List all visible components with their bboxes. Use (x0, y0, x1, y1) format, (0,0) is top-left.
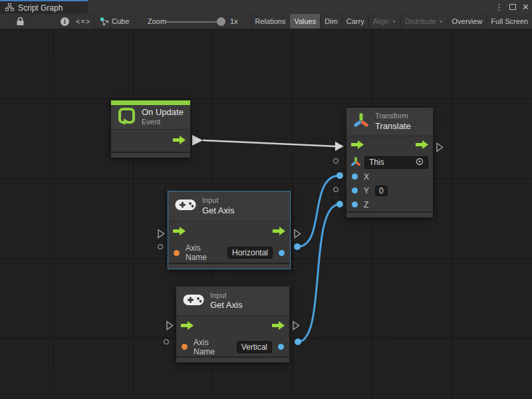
tab-script-graph[interactable]: Script Graph (0, 0, 88, 14)
unconnected-port-this[interactable] (333, 158, 338, 164)
maximize-icon (509, 4, 516, 10)
transform-icon (353, 112, 369, 131)
script-graph-window: Script Graph ⋮ ✕ i <×> (0, 0, 532, 399)
lock-button[interactable] (16, 14, 25, 29)
graph-toolbar: i <×> Cube Zoom 1x Relations Values Dim … (0, 14, 532, 29)
node-footer (346, 211, 433, 217)
zoom-slider-track[interactable] (166, 21, 223, 23)
gamepad-icon (175, 198, 196, 214)
align-dropdown[interactable]: Align ▼ (368, 14, 400, 29)
flow-input-port[interactable] (173, 226, 186, 238)
value-output-port[interactable] (279, 250, 285, 256)
transform-mini-icon (351, 157, 360, 168)
node-subtitle: Event (142, 118, 184, 127)
value-port-y[interactable] (352, 188, 358, 194)
y-value-field[interactable]: 0 (375, 186, 388, 196)
node-get-axis-vertical[interactable]: Input Get Axis Axis Name Vertical (176, 287, 289, 362)
on-update-loop-icon (118, 107, 136, 128)
wire-endpoint (294, 243, 301, 250)
maximize-button[interactable] (509, 3, 516, 11)
event-color-bar (111, 100, 190, 105)
node-translate[interactable]: Transform Translate (346, 108, 433, 217)
code-icon: <×> (76, 17, 90, 25)
flow-input-port[interactable] (351, 140, 364, 152)
node-get-axis-horizontal[interactable]: Input Get Axis Axis Name Horizontal (168, 191, 291, 269)
axis-name-field[interactable]: Horizontal (227, 247, 273, 259)
node-title: On Update (142, 107, 184, 118)
graph-tab-icon (5, 2, 14, 14)
flow-wire-start-arrow (192, 135, 203, 146)
flow-output-port[interactable] (273, 226, 285, 238)
gamepad-icon (183, 293, 204, 309)
carry-button[interactable]: Carry (342, 14, 368, 29)
overview-button[interactable]: Overview (448, 14, 487, 29)
flow-wire[interactable] (203, 140, 335, 146)
flow-out-indicator[interactable] (293, 229, 301, 241)
fullscreen-button[interactable]: Full Screen (486, 14, 532, 29)
node-title: Translate (375, 121, 411, 132)
node-title: Get Axis (202, 205, 234, 216)
this-object-field[interactable]: This (364, 156, 428, 169)
chevron-down-icon: ▼ (439, 19, 444, 24)
relations-button[interactable]: Relations (251, 14, 290, 29)
node-footer (176, 356, 289, 362)
distribute-dropdown[interactable]: Distribute ▼ (400, 14, 447, 29)
node-on-update[interactable]: On Update Event (111, 100, 190, 158)
chevron-down-icon: ▼ (392, 19, 396, 24)
value-wire-horizontal-to-x[interactable] (297, 176, 340, 247)
node-title: Get Axis (210, 300, 242, 311)
value-output-port[interactable] (278, 344, 284, 350)
graph-target-label[interactable]: Cube (112, 14, 129, 29)
graph-canvas[interactable]: On Update Event (0, 29, 532, 399)
wire-endpoint (336, 172, 343, 179)
param-label: Axis Name (186, 243, 221, 262)
port-label-y: Y (364, 186, 369, 196)
flow-in-indicator[interactable] (166, 321, 174, 333)
flow-out-indicator[interactable] (292, 321, 300, 333)
flow-output-port[interactable] (272, 321, 285, 332)
param-label: Axis Name (194, 338, 231, 356)
flow-output-port[interactable] (416, 140, 428, 152)
graph-target-icon (100, 14, 109, 29)
port-label-x: X (364, 172, 369, 182)
dim-button[interactable]: Dim (320, 14, 342, 29)
flow-out-indicator[interactable] (436, 142, 444, 155)
flow-input-port[interactable] (181, 321, 194, 332)
info-icon: i (61, 17, 69, 26)
flow-in-indicator[interactable] (157, 229, 165, 241)
port-label-z: Z (364, 200, 368, 209)
zoom-label: Zoom (148, 14, 166, 29)
window-menu-button[interactable]: ⋮ (495, 3, 503, 11)
node-subtitle: Transform (375, 112, 411, 121)
lock-icon (16, 17, 25, 26)
flow-wire-end-arrow (335, 142, 344, 151)
wire-endpoint (295, 338, 301, 345)
value-wire-vertical-to-z[interactable] (298, 204, 340, 342)
values-button[interactable]: Values (289, 14, 320, 29)
axis-name-field[interactable]: Vertical (237, 341, 272, 353)
zoom-slider-handle[interactable] (217, 17, 225, 26)
unconnected-port-axis-name[interactable] (164, 339, 169, 344)
unconnected-port-axis-name[interactable] (158, 244, 163, 249)
flow-output-port[interactable] (173, 135, 186, 147)
value-port-z[interactable] (352, 201, 358, 207)
node-footer (168, 263, 290, 269)
string-input-port[interactable] (174, 250, 180, 256)
node-subtitle: Input (202, 196, 234, 205)
code-view-button[interactable]: <×> (76, 14, 90, 29)
tab-bar: Script Graph ⋮ ✕ (0, 0, 532, 14)
tab-title: Script Graph (18, 3, 63, 13)
string-input-port[interactable] (182, 344, 188, 350)
wire-endpoint (336, 201, 343, 207)
value-port-x[interactable] (352, 174, 358, 180)
node-footer (111, 152, 190, 158)
info-button[interactable]: i (61, 14, 69, 29)
object-picker-icon[interactable] (416, 158, 424, 168)
toolbar-button-row: Relations Values Dim Carry Align ▼ Distr… (251, 14, 532, 29)
node-subtitle: Input (210, 291, 242, 301)
close-button[interactable]: ✕ (522, 3, 529, 11)
zoom-value: 1x (230, 14, 238, 29)
unconnected-port-y[interactable] (333, 187, 338, 192)
